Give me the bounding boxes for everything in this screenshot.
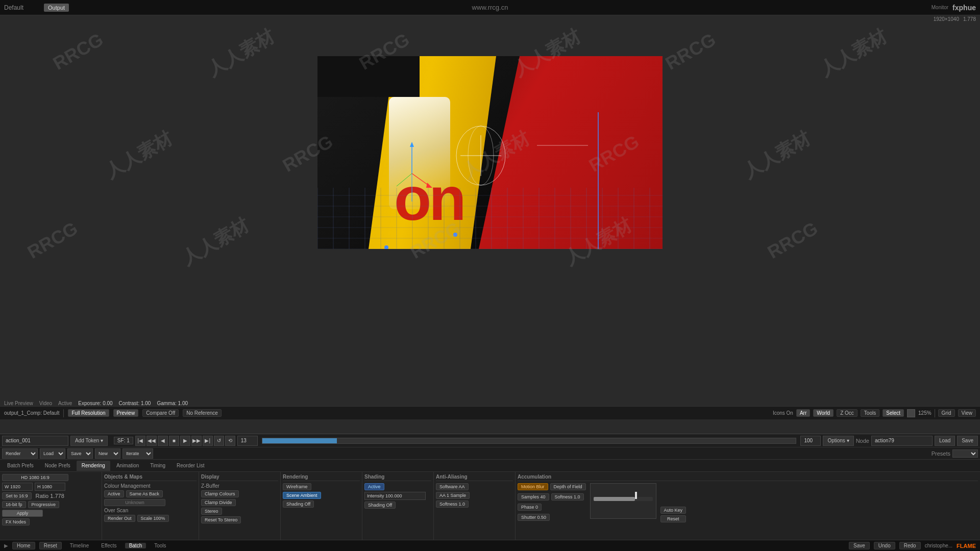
same-as-back-btn[interactable]: Same As Back	[126, 490, 163, 497]
scale-btn[interactable]: Scale 100%	[137, 515, 169, 522]
action-name-input[interactable]	[2, 436, 68, 446]
software-aa-btn[interactable]: Software AA	[436, 483, 469, 490]
unknown-btn[interactable]: Unknown	[104, 499, 165, 506]
end-frame-input[interactable]	[800, 436, 821, 446]
tab-rendering[interactable]: Rendering	[77, 461, 110, 471]
load-select[interactable]: Load	[40, 448, 65, 459]
node-load-btn[interactable]: Load	[935, 436, 955, 446]
scene-ambient-btn[interactable]: Scene Ambient	[283, 492, 321, 499]
wireframe-btn[interactable]: Wireframe	[283, 483, 311, 490]
intensity-input[interactable]	[364, 492, 426, 500]
render-out-btn[interactable]: Render Out	[104, 515, 135, 522]
arr-btn[interactable]: Arr	[796, 409, 810, 417]
zocc-btn[interactable]: Z Occ	[837, 409, 857, 417]
batch-tab[interactable]: Batch	[125, 543, 146, 548]
wireframe-row: Wireframe	[283, 483, 360, 490]
tools-btn[interactable]: Tools	[861, 409, 879, 417]
stereo-btn[interactable]: Stereo	[201, 508, 222, 515]
grid-btn[interactable]: Grid	[938, 409, 955, 417]
icons-on-label[interactable]: Icons On	[773, 410, 793, 416]
new-select[interactable]: New	[95, 448, 120, 459]
width-input[interactable]	[2, 483, 33, 491]
resolution-btn[interactable]: Full Resolution	[68, 409, 109, 417]
add-token-btn[interactable]: Add Token ▾	[70, 436, 108, 446]
preview-btn[interactable]: Preview	[113, 409, 139, 417]
output-button[interactable]: Output	[44, 4, 69, 12]
dof-btn[interactable]: Depth of Field	[550, 483, 586, 490]
shutter-row: Shutter 0.50	[518, 514, 586, 521]
view-controls-bar: output_1_Comp: Default Full Resolution P…	[0, 406, 980, 419]
world-btn[interactable]: World	[813, 409, 834, 417]
save-btn-bottom[interactable]: Save	[849, 542, 870, 549]
presets-select[interactable]	[952, 449, 978, 458]
timeline-tab[interactable]: Timeline	[66, 543, 93, 548]
apply-btn[interactable]: Apply	[2, 510, 43, 517]
go-start-btn[interactable]: |◀	[135, 436, 145, 446]
save-select[interactable]: Save	[67, 448, 93, 459]
set-169-btn[interactable]: Set to 16:9	[2, 492, 32, 499]
tab-node-prefs[interactable]: Node Prefs	[40, 461, 76, 471]
output-path-label[interactable]: output_1_Comp: Default	[4, 410, 59, 416]
shading-off2-btn[interactable]: Shading Off	[364, 502, 396, 509]
auto-key-btn[interactable]: Auto Key	[660, 507, 687, 514]
shutter-btn[interactable]: Shutter 0.50	[518, 514, 550, 521]
tab-reorder[interactable]: Reorder List	[172, 461, 209, 471]
render-select[interactable]: Render	[2, 448, 38, 459]
tab-batch-prefs[interactable]: Batch Prefs	[2, 461, 39, 471]
play-btn[interactable]: ▶	[180, 436, 190, 446]
options-btn[interactable]: Options ▾	[823, 436, 853, 446]
divider	[63, 409, 64, 417]
go-end-btn[interactable]: ▶|	[203, 436, 213, 446]
active-btn[interactable]: Active	[104, 490, 124, 497]
no-reference-btn[interactable]: No Reference	[183, 409, 222, 417]
tools-tab[interactable]: Tools	[150, 543, 170, 548]
reset-btn[interactable]: Reset	[39, 542, 62, 549]
prev-btn[interactable]: ◀	[158, 436, 168, 446]
shading-active-btn[interactable]: Active	[364, 483, 384, 490]
aa-sample-btn[interactable]: AA 1 Sample	[436, 492, 470, 499]
iterate-select[interactable]: Iterate	[122, 448, 153, 459]
samples-btn[interactable]: Samples 40	[518, 493, 549, 500]
loop-btn[interactable]: ↺	[214, 436, 224, 446]
home-btn[interactable]: Home	[12, 542, 35, 549]
frame-input[interactable]	[237, 436, 258, 446]
undo-btn[interactable]: Undo	[874, 542, 895, 549]
top-bar-center: www.rrcg.cn	[472, 4, 508, 11]
shading-off-btn[interactable]: Shading Off	[283, 500, 314, 508]
clamp-colours-btn[interactable]: Clamp Colours	[201, 490, 239, 497]
select-btn[interactable]: Select	[883, 409, 904, 417]
softness-btn[interactable]: Softness 1.0	[551, 493, 584, 500]
progressive-btn[interactable]: Progressive	[28, 501, 60, 508]
node-name-input[interactable]	[871, 436, 933, 446]
height-input[interactable]	[35, 483, 65, 491]
tab-animation[interactable]: Animation	[111, 461, 144, 471]
view-btn-right[interactable]: View	[958, 409, 976, 417]
prev-frame-btn[interactable]: ◀◀	[146, 436, 157, 446]
stop-btn[interactable]: ■	[169, 436, 179, 446]
clamp-divide-btn[interactable]: Clamp Divide	[201, 499, 236, 506]
format-row: HD 1080 16:9	[2, 474, 100, 481]
fx-nodes-btn[interactable]: FX Nodes	[2, 518, 30, 525]
compare-off-btn[interactable]: Compare Off	[142, 409, 179, 417]
node-save-btn[interactable]: Save	[957, 436, 978, 446]
timeline-bar[interactable]	[262, 438, 797, 444]
aa-softness-btn[interactable]: Softness 1.0	[436, 500, 469, 508]
active-label: Active	[58, 400, 72, 406]
effects-tab[interactable]: Effects	[97, 543, 120, 548]
motion-blur-btn[interactable]: Motion Blur	[518, 483, 548, 490]
reset-stereo-btn[interactable]: Reset To Stereo	[201, 516, 241, 523]
slider-thumb[interactable]	[635, 492, 637, 499]
redo-btn[interactable]: Redo	[899, 542, 921, 549]
gamma-label[interactable]: Gamma: 1.00	[157, 400, 188, 406]
tab-timing[interactable]: Timing	[145, 461, 170, 471]
divider2	[935, 409, 935, 417]
loop2-btn[interactable]: ⟲	[225, 436, 235, 446]
next-frame-btn[interactable]: ▶▶	[191, 436, 202, 446]
contrast-label[interactable]: Contrast: 1.00	[119, 400, 151, 406]
exposure-label[interactable]: Exposure: 0.00	[78, 400, 112, 406]
phase-btn[interactable]: Phase 0	[518, 504, 542, 511]
acc-reset-btn[interactable]: Reset	[660, 515, 687, 522]
format-btn[interactable]: HD 1080 16:9	[2, 474, 68, 481]
bitdepth-btn[interactable]: 16-bit fp	[2, 501, 26, 508]
node-section: Node Load Save	[856, 436, 978, 446]
